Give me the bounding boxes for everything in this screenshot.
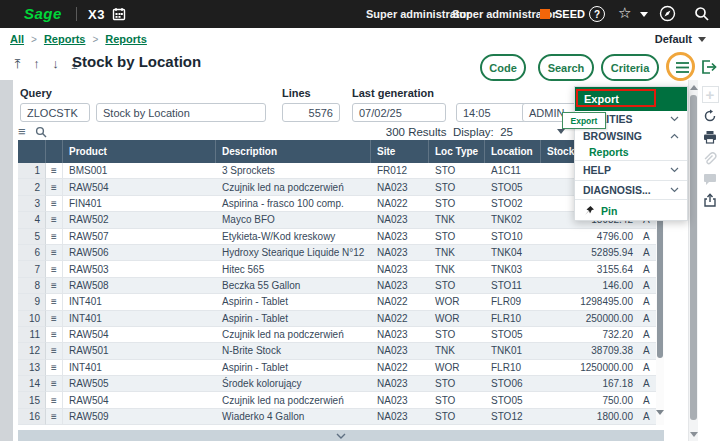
criteria-button[interactable]: Criteria	[601, 54, 659, 81]
menu-item-reports[interactable]: Reports	[575, 144, 687, 159]
table-row[interactable]: 6≡RAW506Hydroxy Stearique Liquide N°12NA…	[18, 245, 664, 261]
cell-num[interactable]: 5	[18, 229, 46, 245]
lastgen-time-field[interactable]: 14:05	[456, 103, 530, 122]
endpoint-label[interactable]: SEED	[555, 8, 585, 20]
row-grip-icon[interactable]: ≡	[46, 278, 63, 294]
table-row[interactable]: 5≡RAW507Etykieta-W/Kod kreskowyNA023STOS…	[18, 229, 664, 245]
row-grip-icon[interactable]: ≡	[46, 311, 63, 327]
cell-status: A	[640, 245, 656, 261]
first-record-icon[interactable]: ⤒	[12, 56, 23, 72]
menu-item-diagnosis[interactable]: DIAGNOSIS...	[575, 182, 687, 199]
exit-icon[interactable]	[699, 58, 717, 76]
page-scroll-thumb[interactable]	[690, 95, 697, 420]
row-grip-icon[interactable]: ≡	[46, 360, 63, 376]
row-grip-icon[interactable]: ≡	[46, 245, 63, 261]
table-row[interactable]: 2≡RAW504Czujnik led na podczerwieńNA023S…	[18, 179, 664, 195]
search-button[interactable]: Search	[538, 54, 594, 81]
table-row[interactable]: 9≡INT401Aspirin - TabletNA022WORFLR09129…	[18, 294, 664, 310]
table-row[interactable]: 16≡RAW509Wiaderko 4 GallonNA023STOSTO121…	[18, 409, 664, 425]
cell-num[interactable]: 4	[18, 212, 46, 228]
refresh-icon[interactable]	[702, 107, 719, 124]
row-grip-icon[interactable]: ≡	[46, 327, 63, 343]
header-loc-type[interactable]: Loc Type	[429, 140, 485, 163]
cell-num[interactable]: 6	[18, 245, 46, 261]
table-row[interactable]: 13≡INT401Aspirin - TabletNA022WORFLR1012…	[18, 360, 664, 376]
grid-search-icon[interactable]	[35, 126, 47, 138]
header-product[interactable]: Product	[63, 140, 216, 163]
breadcrumb-all[interactable]: All	[10, 33, 24, 45]
grid-scroll-down-icon[interactable]	[656, 410, 664, 415]
calendar-icon[interactable]	[112, 7, 126, 21]
menu-item-export[interactable]: Export	[575, 87, 687, 111]
next-record-icon[interactable]: ↓	[50, 56, 61, 72]
table-row[interactable]: 4≡RAW502Mayco BFONA023TNKTNK0218982.42A	[18, 212, 664, 228]
row-grip-icon[interactable]: ≡	[46, 179, 63, 195]
code-button[interactable]: Code	[480, 54, 526, 81]
scroll-up-icon[interactable]	[690, 85, 698, 90]
table-row[interactable]: 3≡FIN401Aspirina - frasco 100 comp.NA022…	[18, 196, 664, 212]
row-grip-icon[interactable]: ≡	[46, 376, 63, 392]
display-caret-icon[interactable]	[557, 129, 565, 134]
menu-item-pin[interactable]: Pin	[575, 201, 687, 220]
row-grip-icon[interactable]: ≡	[46, 409, 63, 425]
table-row[interactable]: 11≡RAW504Czujnik led na podczerwieńNA023…	[18, 327, 664, 343]
navigation-compass-icon[interactable]	[659, 5, 676, 22]
table-row[interactable]: 12≡RAW501N-Brite StockNA023TNKTNK0138709…	[18, 343, 664, 359]
row-grip-icon[interactable]: ≡	[46, 163, 63, 179]
breadcrumb-reports[interactable]: Reports	[44, 33, 86, 45]
menu-item-browsing[interactable]: BROWSING	[575, 128, 687, 145]
table-row[interactable]: 8≡RAW508Beczka 55 GallonNA023STOSTO11146…	[18, 278, 664, 294]
row-grip-icon[interactable]: ≡	[46, 212, 63, 228]
menu-item-help[interactable]: HELP	[575, 162, 687, 179]
cell-num[interactable]: 16	[18, 409, 46, 425]
lines-field[interactable]: 5576	[282, 103, 340, 122]
cell-num[interactable]: 12	[18, 343, 46, 359]
help-icon[interactable]: ?	[589, 6, 605, 22]
header-site[interactable]: Site	[371, 140, 429, 163]
table-row[interactable]: 10≡INT401Aspirin - TabletNA022WORFLR1025…	[18, 311, 664, 327]
query-name-field[interactable]: Stock by Location	[96, 103, 266, 122]
header-location[interactable]: Location	[485, 140, 541, 163]
favorites-caret-icon[interactable]	[640, 12, 648, 17]
cell-num[interactable]: 13	[18, 360, 46, 376]
cell-num[interactable]: 8	[18, 278, 46, 294]
cell-num[interactable]: 11	[18, 327, 46, 343]
row-grip-icon[interactable]: ≡	[46, 392, 63, 408]
query-code-field[interactable]: ZLOCSTK	[20, 103, 90, 122]
row-grip-icon[interactable]: ≡	[46, 294, 63, 310]
more-actions-menu-button[interactable]	[672, 58, 692, 76]
breadcrumb-reports-2[interactable]: Reports	[105, 33, 147, 45]
grid-horizontal-scrollbar[interactable]	[18, 430, 664, 441]
cell-num[interactable]: 14	[18, 376, 46, 392]
cell-num[interactable]: 2	[18, 179, 46, 195]
row-grip-icon[interactable]: ≡	[46, 343, 63, 359]
view-selector[interactable]: Default	[655, 33, 706, 45]
previous-record-icon[interactable]: ↑	[31, 56, 42, 72]
sage-logo[interactable]: Sage	[24, 5, 62, 22]
table-row[interactable]: 14≡RAW505Środek kolorującyNA023STOSTO061…	[18, 376, 664, 392]
header-description[interactable]: Description	[216, 140, 371, 163]
print-icon[interactable]	[702, 128, 719, 145]
page-scrollbar[interactable]	[688, 80, 698, 441]
cell-num[interactable]: 15	[18, 392, 46, 408]
table-row[interactable]: 15≡RAW504Czujnik led na podczerwieńNA023…	[18, 392, 664, 408]
cell-num[interactable]: 9	[18, 294, 46, 310]
grid-scroll-thumb[interactable]	[657, 200, 663, 358]
row-grip-icon[interactable]: ≡	[46, 196, 63, 212]
scroll-down-icon[interactable]	[690, 432, 698, 437]
favorites-star-icon[interactable]: ☆	[618, 4, 631, 22]
cell-num[interactable]: 1	[18, 163, 46, 179]
search-icon[interactable]	[694, 6, 710, 22]
cell-num[interactable]: 7	[18, 261, 46, 277]
share-icon[interactable]	[702, 191, 719, 208]
cell-num[interactable]: 3	[18, 196, 46, 212]
table-row[interactable]: 1≡BMS0013 SprocketsFR012STOA1C11	[18, 163, 664, 179]
row-grip-icon[interactable]: ≡	[46, 229, 63, 245]
row-grip-icon[interactable]: ≡	[46, 261, 63, 277]
grid-menu-icon[interactable]: ≡	[18, 125, 26, 138]
lastgen-date-field[interactable]: 07/02/25	[352, 103, 446, 122]
export-tooltip: Export	[562, 112, 606, 129]
table-row[interactable]: 7≡RAW503Hitec 565NA023TNKTNK033155.64A	[18, 261, 664, 277]
display-value[interactable]: 25	[500, 126, 513, 138]
cell-num[interactable]: 10	[18, 311, 46, 327]
